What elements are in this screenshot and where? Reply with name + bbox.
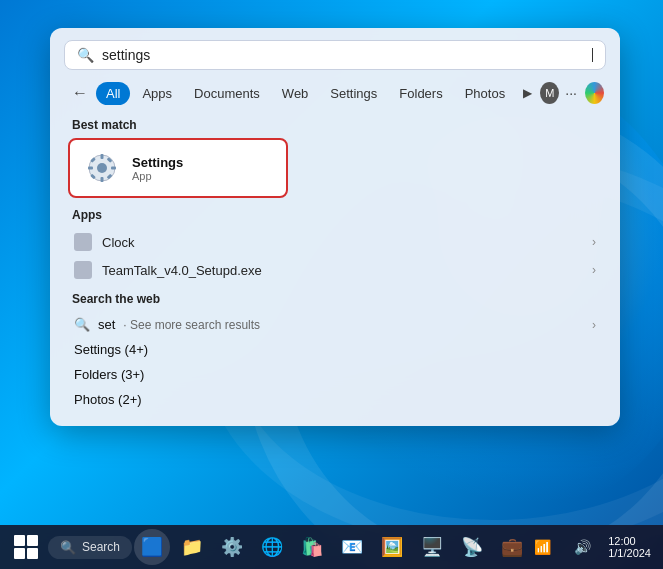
- tab-apps[interactable]: Apps: [132, 82, 182, 105]
- svg-point-1: [97, 163, 107, 173]
- taskbar-left: 🔍 Search: [8, 529, 132, 565]
- taskbar-search-icon: 🔍: [60, 540, 76, 555]
- taskbar-mail-icon[interactable]: 📧: [334, 529, 370, 565]
- tab-settings[interactable]: Settings: [320, 82, 387, 105]
- search-bar[interactable]: 🔍: [64, 40, 606, 70]
- settings-app-name: Settings: [132, 155, 183, 170]
- clock-chevron: ›: [592, 235, 596, 249]
- teamtalk-chevron: ›: [592, 263, 596, 277]
- back-button[interactable]: ←: [66, 80, 94, 106]
- taskbar-remote-icon[interactable]: 📡: [454, 529, 490, 565]
- svg-rect-2: [101, 154, 104, 159]
- taskbar-search[interactable]: 🔍 Search: [48, 536, 132, 559]
- tray-volume-icon[interactable]: 🔊: [564, 529, 600, 565]
- settings-app-icon: [84, 150, 120, 186]
- taskbar-center: 🟦 📁 ⚙️ 🌐 🛍️ 📧 🖼️ 🖥️ 📡 💼: [134, 529, 530, 565]
- clock-app-name: Clock: [102, 235, 135, 250]
- settings-app-type: App: [132, 170, 183, 182]
- search-results: Best match: [64, 118, 606, 412]
- taskbar-terminal-icon[interactable]: 🖥️: [414, 529, 450, 565]
- apps-list: Clock › TeamTalk_v4.0_Setupd.exe ›: [68, 228, 602, 284]
- search-input[interactable]: [102, 47, 592, 63]
- tab-web[interactable]: Web: [272, 82, 319, 105]
- taskbar-store-icon[interactable]: 🛍️: [294, 529, 330, 565]
- web-query: set: [98, 317, 115, 332]
- start-icon: [12, 533, 40, 561]
- folders-expand-label: Folders (3+): [74, 367, 144, 382]
- tray-network-icon[interactable]: 📶: [524, 529, 560, 565]
- tab-photos[interactable]: Photos: [455, 82, 515, 105]
- photos-expand-row[interactable]: Photos (2+): [68, 387, 602, 412]
- best-match-label: Best match: [68, 118, 602, 132]
- svg-rect-5: [111, 167, 116, 170]
- svg-rect-4: [88, 167, 93, 170]
- settings-expand-row[interactable]: Settings (4+): [68, 337, 602, 362]
- edge-icon[interactable]: [585, 82, 604, 104]
- more-tabs-button[interactable]: ▶: [517, 82, 538, 104]
- start-button[interactable]: [8, 529, 44, 565]
- settings-app-info: Settings App: [132, 155, 183, 182]
- taskbar: 🔍 Search 🟦 📁 ⚙️ 🌐 🛍️ 📧 🖼️ 🖥️ 📡: [0, 525, 663, 569]
- teamtalk-app-icon: [74, 261, 92, 279]
- taskbar-explorer-icon[interactable]: 📁: [174, 529, 210, 565]
- taskbar-photos-icon[interactable]: 🖼️: [374, 529, 410, 565]
- taskbar-edge-icon[interactable]: 🌐: [254, 529, 290, 565]
- web-section-label: Search the web: [68, 292, 602, 306]
- web-sublabel: · See more search results: [123, 318, 260, 332]
- tab-documents[interactable]: Documents: [184, 82, 270, 105]
- tab-folders[interactable]: Folders: [389, 82, 452, 105]
- web-search-row[interactable]: 🔍 set · See more search results ›: [68, 312, 602, 337]
- taskbar-teams-icon[interactable]: 💼: [494, 529, 530, 565]
- cursor: [592, 48, 594, 62]
- more-options-button[interactable]: ···: [561, 81, 581, 105]
- teamtalk-app-name: TeamTalk_v4.0_Setupd.exe: [102, 263, 262, 278]
- filter-tabs: ← All Apps Documents Web Settings Folder…: [64, 80, 606, 106]
- photos-expand-label: Photos (2+): [74, 392, 142, 407]
- app-row-clock[interactable]: Clock ›: [68, 228, 602, 256]
- apps-section-label: Apps: [68, 208, 602, 222]
- tray-clock[interactable]: 12:001/1/2024: [604, 529, 655, 565]
- web-chevron: ›: [592, 318, 596, 332]
- best-match-item[interactable]: Settings App: [68, 138, 288, 198]
- taskbar-widget-icon[interactable]: 🟦: [134, 529, 170, 565]
- tab-all[interactable]: All: [96, 82, 130, 105]
- svg-rect-3: [101, 177, 104, 182]
- clock-app-icon: [74, 233, 92, 251]
- web-search-icon: 🔍: [74, 317, 90, 332]
- search-panel: 🔍 ← All Apps Documents Web Settings Fold…: [50, 28, 620, 426]
- settings-expand-label: Settings (4+): [74, 342, 148, 357]
- m-button[interactable]: M: [540, 82, 559, 104]
- app-row-teamtalk[interactable]: TeamTalk_v4.0_Setupd.exe ›: [68, 256, 602, 284]
- folders-expand-row[interactable]: Folders (3+): [68, 362, 602, 387]
- search-icon: 🔍: [77, 47, 94, 63]
- taskbar-search-label: Search: [82, 540, 120, 554]
- taskbar-settings-icon[interactable]: ⚙️: [214, 529, 250, 565]
- taskbar-tray: 📶 🔊 12:001/1/2024: [524, 529, 655, 565]
